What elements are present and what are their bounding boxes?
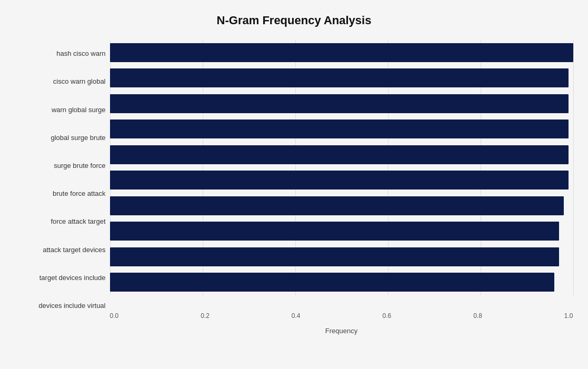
bar (110, 222, 560, 241)
grid-line (573, 40, 574, 295)
bar-row (110, 67, 573, 89)
x-axis-label: Frequency (110, 327, 573, 335)
x-tick: 0.2 (201, 312, 210, 320)
y-axis-label: surge brute force (54, 162, 105, 170)
bar-row (110, 42, 573, 64)
x-tick: 0.0 (110, 312, 119, 320)
chart-title: N-Gram Frequency Analysis (15, 14, 573, 27)
y-axis-label: devices include virtual (38, 302, 105, 310)
bar-row (110, 118, 573, 140)
y-axis-label: hash cisco warn (56, 49, 105, 58)
x-axis: 0.00.20.40.60.81.0 (110, 310, 573, 325)
bar (110, 247, 560, 266)
bar (110, 94, 569, 113)
chart-container: N-Gram Frequency Analysis hash cisco war… (5, 3, 584, 366)
bar (110, 171, 569, 190)
y-axis-label: attack target devices (43, 246, 105, 254)
x-tick: 0.4 (292, 312, 301, 320)
bar (110, 196, 564, 215)
bar-row (110, 195, 573, 217)
plot-area: 0.00.20.40.60.81.0 Frequency (110, 40, 573, 335)
bar-row (110, 93, 573, 115)
bar-row (110, 144, 573, 166)
y-axis-label: force attack target (51, 217, 105, 226)
y-axis-label: warn global surge (52, 106, 106, 114)
x-tick: 0.6 (382, 312, 391, 320)
y-axis-label: cisco warn global (53, 77, 106, 86)
bars-wrapper (110, 40, 573, 310)
y-axis-label: brute force attack (53, 190, 105, 198)
bar (110, 273, 555, 292)
bar-row (110, 271, 573, 293)
x-tick: 1.0 (564, 312, 573, 320)
bar-row (110, 246, 573, 268)
bar (110, 43, 573, 62)
bar-row (110, 220, 573, 242)
x-tick: 0.8 (473, 312, 482, 320)
y-axis-label: global surge brute (51, 134, 105, 142)
bar (110, 145, 569, 164)
bar (110, 119, 569, 138)
y-axis-labels: hash cisco warncisco warn globalwarn glo… (15, 40, 110, 335)
y-axis-label: target devices include (39, 274, 106, 282)
bar (110, 68, 569, 87)
chart-area: hash cisco warncisco warn globalwarn glo… (15, 40, 573, 335)
bar-row (110, 169, 573, 191)
